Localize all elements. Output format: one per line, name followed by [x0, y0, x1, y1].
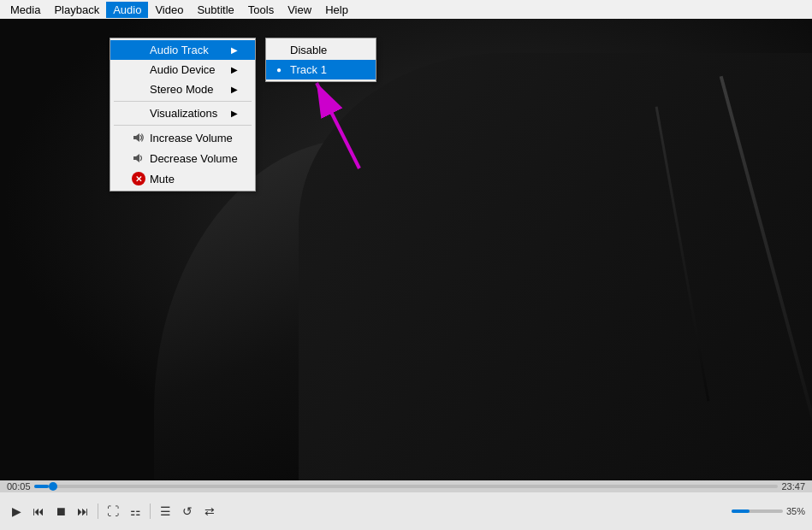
volume-container: 35% — [732, 506, 805, 516]
controls-bar: 00:05 23:47 ▶ ⏮ ⏹ ⏭ ⛶ ⚏ ☰ ↺ ⇄ 35% — [0, 480, 812, 530]
menu-subtitle[interactable]: Subtitle — [190, 2, 240, 18]
prev-button[interactable]: ⏮ — [29, 502, 48, 521]
next-button[interactable]: ⏭ — [74, 502, 92, 521]
menu-view[interactable]: View — [281, 2, 318, 18]
mute-label: Mute — [150, 173, 175, 186]
volume-label: 35% — [786, 506, 805, 516]
stereo-mode-label: Stereo Mode — [150, 83, 213, 96]
volume-slider[interactable] — [732, 509, 783, 513]
extended-button[interactable]: ⚏ — [126, 502, 145, 521]
controls-row: ▶ ⏮ ⏹ ⏭ ⛶ ⚏ ☰ ↺ ⇄ 35% — [0, 492, 812, 530]
time-total: 23:47 — [781, 481, 805, 492]
random-button[interactable]: ⇄ — [200, 502, 219, 521]
progress-thumb[interactable] — [49, 482, 57, 491]
ctrl-sep-1 — [98, 504, 98, 519]
menu-item-visualizations[interactable]: Visualizations ▶ — [110, 103, 255, 123]
stereo-mode-arrow: ▶ — [231, 85, 238, 94]
audio-track-arrow: ▶ — [231, 45, 238, 55]
progress-bar-container[interactable]: 00:05 23:47 — [0, 480, 812, 492]
menu-item-decrease-volume[interactable]: Decrease Volume — [110, 148, 255, 168]
mute-icon: ✕ — [131, 172, 146, 186]
audio-device-label: Audio Device — [150, 63, 216, 76]
disable-label: Disable — [290, 44, 327, 56]
increase-volume-label: Increase Volume — [150, 132, 233, 144]
increase-volume-icon — [131, 131, 146, 144]
separator-2 — [114, 125, 252, 126]
svg-marker-3 — [136, 133, 139, 142]
submenu-item-track1[interactable]: ● Track 1 — [266, 60, 376, 80]
video-area: Audio Track ▶ Audio Device ▶ Stereo Mode… — [0, 19, 812, 480]
menu-tools[interactable]: Tools — [241, 2, 281, 18]
track1-label: Track 1 — [290, 63, 327, 76]
progress-fill — [34, 485, 49, 488]
menubar: Media Playback Audio Video Subtitle Tool… — [0, 0, 812, 19]
separator-1 — [114, 101, 252, 102]
car-shape-2 — [299, 53, 812, 480]
menu-video[interactable]: Video — [148, 2, 190, 18]
menu-item-audio-track[interactable]: Audio Track ▶ — [110, 40, 255, 60]
loop-button[interactable]: ↺ — [178, 502, 197, 521]
menu-item-audio-device[interactable]: Audio Device ▶ — [110, 60, 255, 80]
time-current: 00:05 — [7, 481, 31, 492]
volume-fill — [732, 509, 750, 513]
audio-track-submenu: Disable ● Track 1 — [265, 38, 376, 82]
decrease-volume-label: Decrease Volume — [150, 152, 238, 165]
visualizations-label: Visualizations — [150, 107, 217, 120]
menu-help[interactable]: Help — [318, 2, 355, 18]
svg-marker-5 — [136, 154, 139, 162]
stop-button[interactable]: ⏹ — [51, 502, 70, 521]
decrease-volume-icon — [131, 151, 146, 165]
audio-dropdown-menu: Audio Track ▶ Audio Device ▶ Stereo Mode… — [110, 38, 256, 191]
svg-rect-4 — [133, 156, 136, 160]
audio-device-arrow: ▶ — [231, 65, 238, 74]
menu-audio[interactable]: Audio — [106, 2, 148, 18]
ctrl-sep-2 — [150, 504, 151, 519]
track1-bullet: ● — [276, 65, 290, 74]
audio-track-label: Audio Track — [150, 44, 209, 56]
play-button[interactable]: ▶ — [7, 502, 26, 521]
progress-track[interactable] — [34, 485, 779, 488]
menu-item-mute[interactable]: ✕ Mute — [110, 168, 255, 189]
submenu-item-disable[interactable]: Disable — [266, 40, 376, 60]
fullscreen-button[interactable]: ⛶ — [104, 502, 122, 521]
menu-item-stereo-mode[interactable]: Stereo Mode ▶ — [110, 80, 255, 99]
visualizations-arrow: ▶ — [231, 109, 238, 118]
menu-playback[interactable]: Playback — [47, 2, 106, 18]
menu-item-increase-volume[interactable]: Increase Volume — [110, 127, 255, 148]
svg-rect-2 — [133, 136, 136, 139]
playlist-button[interactable]: ☰ — [156, 502, 175, 521]
menu-media[interactable]: Media — [3, 2, 47, 18]
